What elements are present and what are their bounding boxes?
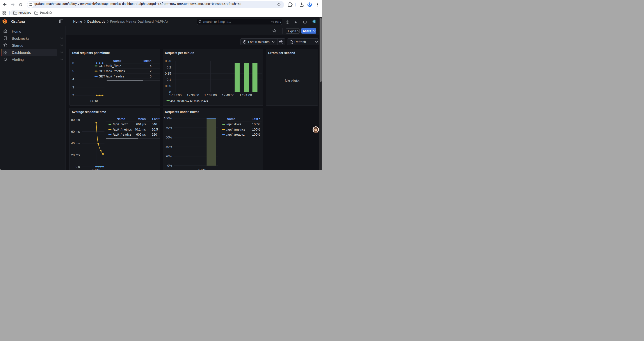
svg-text:60 ms: 60 ms bbox=[71, 130, 80, 133]
svg-text:17:40: 17:40 bbox=[90, 99, 98, 103]
svg-text:Mean: Mean bbox=[143, 59, 152, 63]
svg-text:0%: 0% bbox=[167, 164, 172, 167]
svg-text:GET /api/_/livez: GET /api/_/livez bbox=[99, 64, 121, 68]
svg-text:Name: Name bbox=[116, 117, 125, 121]
svg-text:605 µs: 605 µs bbox=[136, 133, 146, 136]
svg-text:100%: 100% bbox=[252, 128, 260, 131]
svg-text:0.2: 0.2 bbox=[166, 66, 171, 69]
svg-text:Mean: 0.233: Mean: 0.233 bbox=[176, 99, 192, 102]
svg-text:4: 4 bbox=[72, 78, 74, 81]
svg-text:3: 3 bbox=[72, 86, 74, 89]
svg-text:40.1 ms: 40.1 ms bbox=[134, 128, 146, 131]
svg-text:GET /api/_/readyz: GET /api/_/readyz bbox=[99, 75, 124, 78]
svg-text:6: 6 bbox=[150, 64, 152, 68]
svg-text:/api/_/readyz: /api/_/readyz bbox=[226, 133, 244, 136]
svg-text:Max: 0.233: Max: 0.233 bbox=[194, 99, 208, 102]
svg-text:Mean: Mean bbox=[138, 117, 146, 121]
svg-text:17:41:00: 17:41:00 bbox=[239, 94, 252, 97]
svg-text:/api/_/readyz: /api/_/readyz bbox=[113, 133, 131, 136]
svg-text:/api/_/livez: /api/_/livez bbox=[113, 122, 128, 126]
svg-text:100%: 100% bbox=[252, 122, 260, 126]
svg-text:0.05: 0.05 bbox=[165, 84, 171, 88]
svg-text:6: 6 bbox=[72, 62, 74, 65]
svg-text:Name: Name bbox=[227, 117, 236, 121]
svg-text:/api/_/metrics: /api/_/metrics bbox=[113, 128, 132, 131]
svg-text:Last *: Last * bbox=[252, 117, 260, 121]
svg-text:2xx: 2xx bbox=[170, 99, 175, 102]
svg-text:/api/_/metrics: /api/_/metrics bbox=[226, 128, 245, 131]
svg-text:0.1: 0.1 bbox=[166, 78, 171, 81]
svg-text:80 ms: 80 ms bbox=[71, 118, 80, 122]
svg-text:Name: Name bbox=[113, 59, 122, 63]
svg-text:60%: 60% bbox=[166, 136, 172, 139]
svg-text:17:38:00: 17:38:00 bbox=[186, 94, 199, 97]
svg-text:GET /api/_/metrics: GET /api/_/metrics bbox=[99, 69, 125, 73]
svg-text:Last *: Last * bbox=[152, 117, 160, 121]
svg-text:/api/_/livez: /api/_/livez bbox=[226, 122, 242, 126]
svg-text:5: 5 bbox=[72, 69, 74, 73]
svg-text:40 ms: 40 ms bbox=[71, 142, 80, 145]
svg-text:80%: 80% bbox=[166, 126, 172, 129]
svg-text:646: 646 bbox=[152, 122, 157, 126]
svg-text:20%: 20% bbox=[166, 154, 172, 158]
svg-text:17:37:00: 17:37:00 bbox=[169, 94, 181, 97]
svg-text:20.5 m: 20.5 m bbox=[152, 128, 160, 131]
svg-text:100%: 100% bbox=[164, 117, 172, 120]
svg-text:?: ? bbox=[287, 21, 288, 23]
svg-text:2: 2 bbox=[150, 69, 152, 73]
svg-text:6: 6 bbox=[150, 75, 152, 78]
svg-text:620: 620 bbox=[152, 133, 157, 136]
svg-text:0.25: 0.25 bbox=[165, 59, 171, 63]
svg-text:17:40: 17:40 bbox=[92, 168, 100, 170]
svg-text:2: 2 bbox=[72, 94, 74, 97]
svg-text:17:40: 17:40 bbox=[198, 168, 206, 170]
svg-text:100%: 100% bbox=[252, 133, 260, 136]
svg-text:40%: 40% bbox=[166, 145, 172, 149]
svg-text:17:39:00: 17:39:00 bbox=[204, 94, 216, 97]
svg-text:0 s: 0 s bbox=[76, 165, 80, 169]
svg-text:17:40:00: 17:40:00 bbox=[222, 94, 234, 97]
svg-text:0.15: 0.15 bbox=[165, 72, 171, 75]
svg-text:20 ms: 20 ms bbox=[71, 153, 80, 157]
svg-text:661 µs: 661 µs bbox=[136, 122, 146, 126]
